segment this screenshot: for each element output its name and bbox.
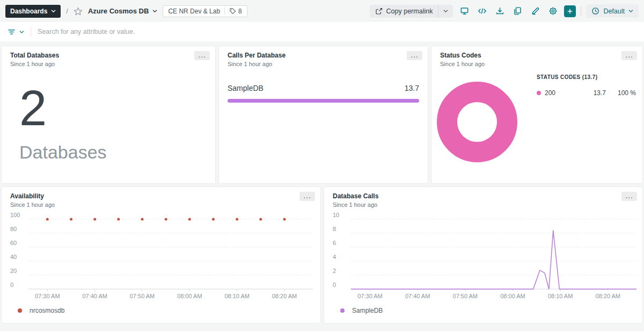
copy-permalink-label: Copy permalink: [386, 8, 433, 15]
duplicate-button[interactable]: [511, 5, 524, 18]
tag-count: 8: [229, 8, 242, 15]
download-icon: [495, 6, 504, 16]
copy-icon: [513, 6, 522, 16]
export-download-button[interactable]: [493, 5, 506, 18]
donut-legend-row[interactable]: 200 13.7 100 %: [537, 89, 636, 97]
widget-subtitle: Since 1 hour ago: [10, 202, 312, 208]
svg-text:4: 4: [333, 254, 336, 260]
legend-series-name: 200: [545, 89, 578, 97]
legend-series-value: 13.7: [578, 89, 606, 97]
chevron-down-icon: [152, 9, 157, 13]
svg-text:08:00 AM: 08:00 AM: [177, 293, 202, 299]
widget-total-databases: Total Databases Since 1 hour ago ... 2 D…: [1, 46, 216, 184]
billboard-value: 2: [19, 83, 215, 133]
filter-menu-button[interactable]: [7, 28, 24, 36]
tag-count-label: 8: [238, 8, 242, 15]
chevron-down-icon: [19, 30, 24, 34]
widget-subtitle: Since 1 hour ago: [333, 202, 634, 208]
svg-text:08:00 AM: 08:00 AM: [500, 293, 525, 299]
dashboards-menu-button[interactable]: Dashboards: [5, 5, 61, 18]
divider: [224, 8, 225, 15]
page-title: Azure Cosmos DB: [88, 7, 149, 15]
pencil-icon: [531, 6, 540, 16]
widget-title: Calls Per Database: [228, 52, 419, 59]
copy-permalink-split-button: Copy permalink: [370, 5, 453, 18]
widget-title: Availability: [10, 192, 312, 200]
chart-legend-item[interactable]: SampleDB: [340, 307, 642, 314]
svg-text:08:10 AM: 08:10 AM: [224, 293, 249, 299]
account-tag-label: CE NR Dev & Lab: [168, 8, 220, 15]
time-picker-button[interactable]: Default: [586, 4, 639, 18]
legend-series-percent: 100 %: [606, 89, 636, 97]
widget-menu-button[interactable]: ...: [621, 192, 637, 201]
dashboard-title-dropdown[interactable]: Azure Cosmos DB: [88, 7, 157, 15]
svg-text:08:10 AM: 08:10 AM: [548, 293, 573, 299]
legend-dot: [18, 308, 22, 313]
edit-dashboard-button[interactable]: [529, 5, 541, 18]
widget-subtitle: Since 1 hour ago: [440, 61, 634, 67]
bar-chart[interactable]: SampleDB 13.7: [219, 84, 428, 103]
legend-dot: [537, 91, 541, 95]
widget-calls-per-database: Calls Per Database Since 1 hour ago ... …: [218, 46, 428, 184]
chart-legend-item[interactable]: nrcosmosdb: [18, 307, 320, 314]
bar-value-label: 13.7: [405, 84, 419, 92]
svg-text:08:20 AM: 08:20 AM: [596, 293, 620, 299]
svg-text:0: 0: [333, 282, 336, 288]
widget-menu-button[interactable]: ...: [621, 51, 637, 60]
chevron-down-icon: [51, 9, 56, 13]
svg-text:40: 40: [10, 254, 17, 260]
widget-title: Status Codes: [440, 52, 634, 59]
donut-chart[interactable]: [437, 82, 517, 162]
svg-text:08:20 AM: 08:20 AM: [272, 293, 297, 299]
widget-availability: Availability Since 1 hour ago ... 100806…: [1, 186, 321, 323]
tv-mode-icon: [460, 6, 469, 16]
svg-text:07:50 AM: 07:50 AM: [130, 293, 155, 299]
widget-title: Database Calls: [333, 192, 634, 200]
dashboard-grid: Total Databases Since 1 hour ago ... 2 D…: [0, 46, 644, 323]
widget-menu-button[interactable]: ...: [299, 192, 315, 201]
widget-menu-button[interactable]: ...: [407, 51, 422, 60]
code-view-button[interactable]: [475, 5, 488, 18]
scatter-chart[interactable]: 10080604020007:30 AM07:40 AM07:50 AM08:0…: [8, 212, 317, 301]
plus-icon: [566, 8, 574, 15]
widget-title: Total Databases: [10, 52, 207, 59]
chevron-down-icon: [628, 9, 633, 13]
copy-permalink-button[interactable]: Copy permalink: [370, 5, 438, 18]
copy-permalink-caret[interactable]: [438, 5, 453, 18]
svg-text:8: 8: [333, 226, 336, 232]
svg-text:20: 20: [10, 268, 17, 274]
time-picker-label: Default: [603, 8, 625, 15]
svg-text:6: 6: [333, 240, 336, 246]
widget-database-calls: Database Calls Since 1 hour ago ... 1086…: [324, 186, 643, 323]
svg-text:100: 100: [10, 212, 20, 218]
divider: [31, 27, 31, 37]
widget-subtitle: Since 1 hour ago: [10, 61, 207, 67]
widget-subtitle: Since 1 hour ago: [228, 61, 419, 67]
settings-button[interactable]: [546, 5, 559, 18]
add-widget-button[interactable]: [564, 5, 576, 17]
svg-text:07:50 AM: 07:50 AM: [453, 293, 478, 299]
donut-legend-header: STATUS CODES (13.7): [537, 74, 636, 80]
favorite-star-icon[interactable]: [74, 7, 83, 16]
svg-text:2: 2: [333, 268, 336, 274]
search-input[interactable]: [38, 28, 637, 35]
bar-category-label: SampleDB: [228, 84, 264, 92]
filter-icon: [7, 28, 16, 36]
breadcrumb-separator: /: [66, 7, 68, 15]
svg-text:10: 10: [333, 212, 339, 218]
line-chart[interactable]: 108642007:30 AM07:40 AM07:50 AM08:00 AM0…: [331, 212, 641, 301]
widget-menu-button[interactable]: ...: [194, 51, 210, 60]
dashboards-menu-label: Dashboards: [10, 8, 47, 15]
divider: [581, 6, 581, 16]
svg-text:07:30 AM: 07:30 AM: [357, 293, 382, 299]
tv-mode-button[interactable]: [458, 5, 471, 18]
code-icon: [478, 6, 487, 16]
widget-status-codes: Status Codes Since 1 hour ago ... STATUS…: [431, 46, 643, 184]
svg-text:07:30 AM: 07:30 AM: [35, 293, 60, 299]
account-tag-pill[interactable]: CE NR Dev & Lab 8: [163, 5, 247, 17]
permalink-icon: [375, 8, 383, 15]
svg-text:80: 80: [10, 226, 17, 232]
gear-icon: [548, 6, 558, 16]
svg-text:07:40 AM: 07:40 AM: [82, 293, 107, 299]
legend-series-name: nrcosmosdb: [30, 307, 64, 314]
